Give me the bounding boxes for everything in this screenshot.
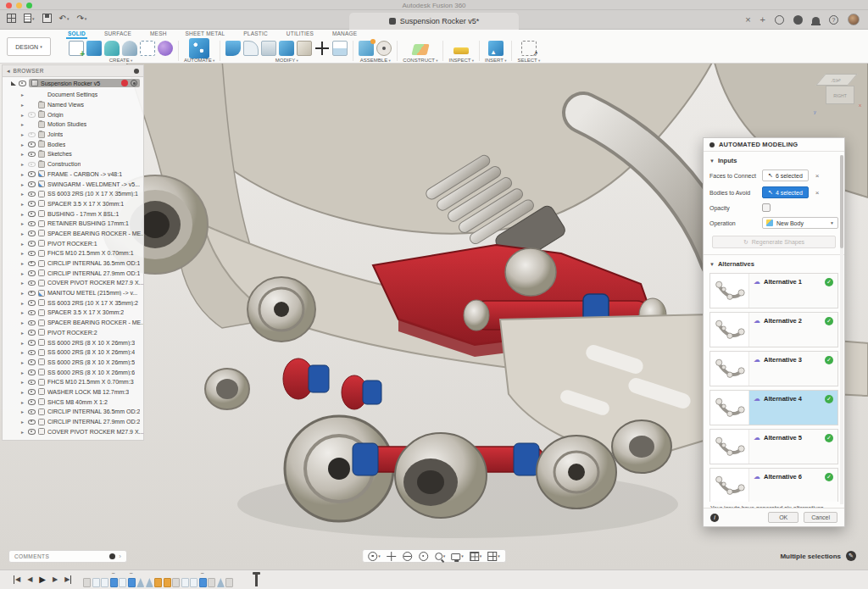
tree-item[interactable]: ▸ BUSHING - 17mm X 8SL:1	[3, 208, 143, 219]
tree-item[interactable]: ▸ SPACER 3.5 X 17 X 30mm:1	[3, 199, 143, 209]
visibility-eye-icon[interactable]	[28, 319, 36, 326]
ribbon-tab[interactable]: PLASTIC	[242, 30, 270, 39]
visibility-eye-icon[interactable]	[28, 339, 36, 347]
tree-item[interactable]: ▸ Construction	[3, 159, 143, 169]
root-document-item[interactable]: Suspension Rocker v5	[29, 79, 140, 87]
joint-icon[interactable]	[376, 41, 392, 56]
new-tab-button[interactable]: +	[760, 14, 765, 25]
ribbon-tab[interactable]: SOLID	[66, 30, 87, 39]
group-label-construct[interactable]: CONSTRUCT	[403, 58, 437, 63]
alternative-label-area[interactable]: ☁ Alternative 1 ✓	[749, 274, 837, 308]
expand-arrow-icon[interactable]: ▸	[21, 340, 25, 346]
ribbon-tab[interactable]: MESH	[148, 30, 169, 39]
alternative-card[interactable]: ☁ Alternative 1 ✓	[709, 273, 838, 308]
step-back-button[interactable]: ◀	[27, 575, 32, 584]
tree-item[interactable]: ▸ WASHER LOCK M8 12.7mm:3	[3, 387, 143, 397]
help-icon[interactable]: ?	[829, 15, 838, 25]
visibility-eye-icon[interactable]	[28, 279, 36, 286]
form-icon[interactable]	[104, 41, 120, 56]
alternative-label-area[interactable]: ☁ Alternative 3 ✓	[749, 352, 837, 386]
inputs-section-header[interactable]: ▼ Inputs	[704, 152, 844, 167]
visibility-eye-icon[interactable]	[28, 131, 36, 138]
expand-arrow-icon[interactable]: ▸	[21, 270, 25, 276]
expand-arrow-icon[interactable]: ▸	[21, 142, 25, 147]
document-tab[interactable]: Suspension Rocker v5*	[349, 13, 519, 30]
tree-item[interactable]: ▸ SS 6000 2RS (8 X 10 X 26mm):3	[3, 337, 143, 347]
alternative-label-area[interactable]: ☁ Alternative 6 ✓	[749, 469, 837, 502]
tree-item[interactable]: ▸ SPACER BEARING ROCKER - ME...	[3, 229, 143, 239]
derive-icon[interactable]	[140, 41, 155, 56]
press-pull-feature[interactable]	[225, 578, 233, 587]
visibility-eye-icon[interactable]	[28, 408, 36, 415]
tree-item[interactable]: ▸ CIRCLIP INTERNAL 36.5mm OD:1	[3, 258, 143, 269]
ribbon-tab[interactable]: UTILITIES	[285, 30, 315, 39]
tree-item[interactable]: ▸ Bodies	[3, 139, 143, 149]
group-label-create[interactable]: CREATE	[109, 58, 132, 63]
ribbon-tab[interactable]: SURFACE	[103, 30, 133, 39]
visibility-eye-icon[interactable]	[19, 80, 26, 87]
move-copy-icon[interactable]	[314, 41, 330, 56]
measure-icon[interactable]	[453, 47, 469, 54]
job-status-icon[interactable]	[793, 15, 803, 25]
expand-arrow-icon[interactable]: ▸	[21, 250, 25, 256]
form-feature[interactable]	[164, 578, 171, 587]
user-avatar[interactable]	[848, 14, 860, 25]
expand-arrow-icon[interactable]: ▸	[21, 300, 25, 306]
expand-arrow-icon[interactable]: ▸	[21, 260, 25, 266]
sketch-feature[interactable]	[92, 578, 100, 587]
view-cube-right-face[interactable]: RIGHT	[826, 86, 854, 104]
loft-feature[interactable]	[136, 578, 144, 587]
nav-tool-button[interactable]	[403, 552, 413, 561]
clear-faces-icon[interactable]: ×	[815, 172, 820, 180]
mirror-feature[interactable]	[208, 578, 215, 587]
visibility-eye-icon[interactable]	[28, 219, 36, 227]
combine-icon[interactable]	[279, 41, 294, 56]
insert-canvas-icon[interactable]	[488, 41, 504, 56]
expand-arrow-icon[interactable]: ▸	[21, 370, 25, 375]
expand-arrow-icon[interactable]: ▸	[21, 220, 25, 226]
expand-arrow-icon[interactable]: ▸	[21, 102, 25, 108]
file-menu-button[interactable]: ▾	[24, 14, 35, 23]
expand-arrow-icon[interactable]: ▸	[21, 131, 25, 137]
tree-item[interactable]: ▸ PIVOT ROCKER:1	[3, 238, 143, 248]
expand-root-icon[interactable]	[11, 81, 16, 86]
group-label-modify[interactable]: MODIFY	[275, 58, 298, 63]
loft-feature[interactable]	[146, 578, 153, 587]
visibility-eye-icon[interactable]	[28, 181, 36, 188]
tree-item[interactable]: ▸ SS 6000 2RS (8 X 10 X 26mm):4	[3, 347, 143, 358]
tree-item[interactable]: ▸ RETAINER BUSHING 17mm:1	[3, 219, 143, 229]
visibility-eye-icon[interactable]	[28, 358, 36, 366]
extrude-feature[interactable]	[110, 578, 118, 587]
tree-item[interactable]: ▸ SPACER BEARING ROCKER - ME...	[3, 318, 143, 328]
group-label-inspect[interactable]: INSPECT	[448, 58, 474, 63]
undo-button[interactable]: ↶▾	[59, 14, 70, 23]
app-launcher-button[interactable]	[7, 14, 16, 23]
visibility-eye-icon[interactable]	[28, 150, 36, 158]
visibility-eye-icon[interactable]	[28, 111, 36, 119]
info-icon[interactable]: i	[710, 514, 719, 522]
visibility-eye-icon[interactable]	[28, 190, 36, 197]
visibility-eye-icon[interactable]	[28, 269, 36, 277]
clear-bodies-icon[interactable]: ×	[815, 189, 820, 197]
expand-arrow-icon[interactable]: ▸	[21, 92, 25, 97]
expand-arrow-icon[interactable]: ▸	[21, 121, 25, 127]
view-cube-top-face[interactable]: TOP	[815, 74, 858, 86]
expand-arrow-icon[interactable]: ▸	[21, 320, 25, 325]
play-button[interactable]: ▶	[39, 575, 46, 584]
nav-tool-button[interactable]: ▾	[451, 553, 464, 560]
expand-arrow-icon[interactable]: ▸	[21, 290, 25, 296]
expand-arrow-icon[interactable]: ▸	[21, 211, 25, 217]
step-forward-button[interactable]: ▶	[53, 575, 58, 584]
visibility-eye-icon[interactable]	[28, 418, 36, 425]
group-label-assemble[interactable]: ASSEMBLE	[360, 58, 391, 63]
expand-arrow-icon[interactable]: ▸	[21, 201, 25, 207]
component-feature[interactable]	[83, 578, 91, 587]
tree-item[interactable]: ▸ CIRCLIP INTERNAL 27.9mm OD:1	[3, 268, 143, 278]
expand-arrow-icon[interactable]: ▸	[21, 429, 25, 435]
expand-arrow-icon[interactable]: ▸	[21, 280, 25, 286]
visibility-eye-icon[interactable]	[28, 240, 36, 247]
alternative-label-area[interactable]: ☁ Alternative 5 ✓	[749, 430, 837, 464]
extrude-feature[interactable]	[199, 578, 207, 587]
fillet-icon[interactable]	[243, 41, 259, 56]
nav-tool-button[interactable]: ▾	[368, 552, 381, 561]
